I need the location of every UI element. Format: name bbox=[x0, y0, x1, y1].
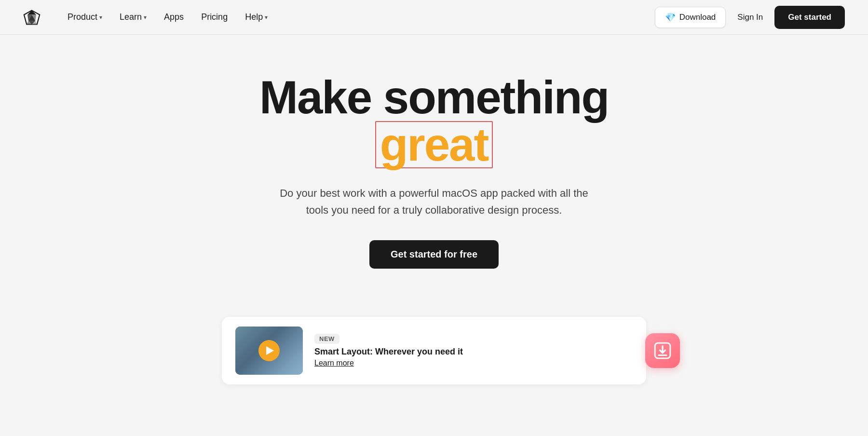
banner-thumbnail[interactable] bbox=[235, 327, 303, 375]
banner-area: NEW Smart Layout: Wherever you need it L… bbox=[0, 298, 868, 394]
nav-links: Product ▾ Learn ▾ Apps Pricing Help ▾ bbox=[60, 8, 655, 26]
play-icon bbox=[266, 346, 274, 355]
sketch-icon: 💎 bbox=[665, 12, 676, 23]
logo[interactable] bbox=[23, 9, 41, 26]
download-icon bbox=[653, 341, 672, 360]
navigation: Product ▾ Learn ▾ Apps Pricing Help ▾ 💎 … bbox=[0, 0, 868, 35]
banner-text: NEW Smart Layout: Wherever you need it L… bbox=[314, 334, 633, 368]
new-badge: NEW bbox=[314, 334, 339, 344]
chevron-down-icon: ▾ bbox=[99, 14, 102, 21]
get-started-nav-button[interactable]: Get started bbox=[774, 6, 845, 29]
nav-help[interactable]: Help ▾ bbox=[237, 8, 275, 26]
nav-apps[interactable]: Apps bbox=[156, 8, 191, 26]
nav-right: 💎 Download Sign In Get started bbox=[655, 6, 845, 29]
nav-pricing[interactable]: Pricing bbox=[193, 8, 235, 26]
play-button[interactable] bbox=[258, 340, 280, 361]
hero-cta-button[interactable]: Get started for free bbox=[369, 240, 499, 269]
download-button[interactable]: 💎 Download bbox=[655, 7, 726, 28]
banner-title: Smart Layout: Wherever you need it bbox=[314, 347, 633, 357]
hero-title-great-wrapper: great bbox=[380, 118, 488, 171]
signin-link[interactable]: Sign In bbox=[737, 13, 763, 22]
learn-more-link[interactable]: Learn more bbox=[314, 359, 633, 368]
hero-section: Make something great Do your best work w… bbox=[0, 35, 868, 298]
hero-title-line1: Make something bbox=[259, 73, 609, 122]
nav-product[interactable]: Product ▾ bbox=[60, 8, 110, 26]
chevron-down-icon: ▾ bbox=[265, 14, 268, 21]
banner-card: NEW Smart Layout: Wherever you need it L… bbox=[222, 317, 646, 384]
download-app-icon[interactable] bbox=[645, 333, 680, 368]
nav-learn[interactable]: Learn ▾ bbox=[112, 8, 154, 26]
hero-title-line2: great bbox=[380, 118, 488, 171]
chevron-down-icon: ▾ bbox=[144, 14, 147, 21]
hero-subtitle: Do your best work with a powerful macOS … bbox=[280, 185, 588, 218]
